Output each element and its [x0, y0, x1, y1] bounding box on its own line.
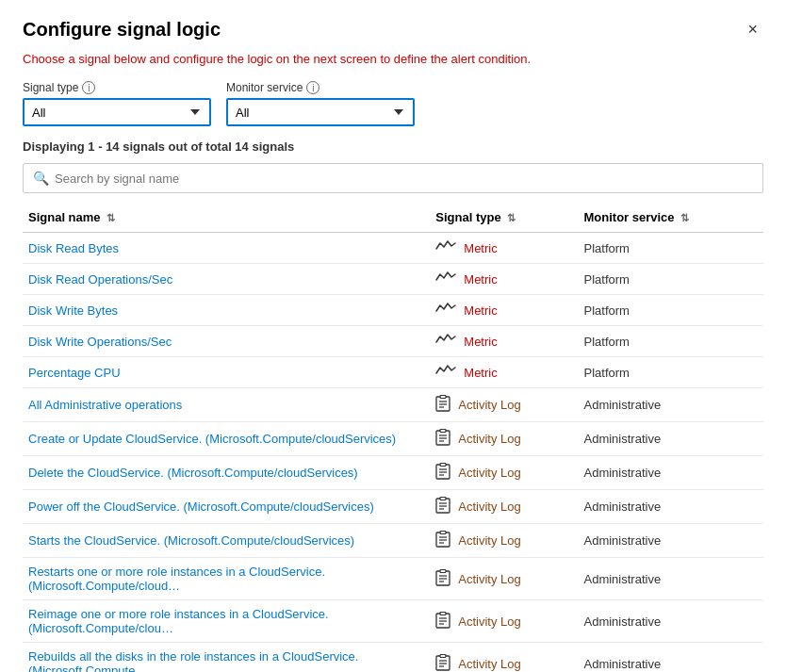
monitor-service-value: Platform — [583, 303, 629, 318]
signal-type-filter-group: Signal type i All Metric Activity Log — [23, 81, 211, 126]
table-row: Starts the CloudService. (Microsoft.Comp… — [23, 524, 763, 558]
search-input[interactable] — [55, 172, 753, 186]
signal-name-link[interactable]: Reimage one or more role instances in a … — [28, 607, 329, 635]
table-row: Percentage CPUMetricPlatform — [23, 357, 763, 388]
monitor-service-value: Platform — [583, 335, 629, 349]
signal-type-info-icon[interactable]: i — [82, 81, 95, 94]
monitor-service-value: Administrative — [583, 615, 661, 629]
table-row: Reimage one or more role instances in a … — [23, 600, 763, 643]
search-icon: 🔍 — [33, 171, 49, 186]
table-row: All Administrative operationsActivity Lo… — [23, 388, 763, 422]
svg-rect-26 — [440, 569, 446, 572]
signal-type-label: Activity Log — [458, 398, 520, 412]
monitor-service-value: Administrative — [583, 432, 661, 446]
panel-title: Configure signal logic — [23, 19, 221, 41]
signal-type-sort-icon: ⇅ — [507, 212, 516, 223]
panel-header: Configure signal logic × — [23, 19, 763, 41]
table-row: Disk Read BytesMetricPlatform — [23, 233, 763, 264]
signal-type-label: Activity Log — [458, 432, 520, 446]
activity-log-icon — [435, 654, 450, 673]
activity-log-icon — [435, 463, 450, 483]
signal-name-link[interactable]: Starts the CloudService. (Microsoft.Comp… — [28, 533, 354, 548]
signal-name-link[interactable]: Disk Write Bytes — [28, 303, 118, 318]
table-row: Disk Read Operations/SecMetricPlatform — [23, 264, 763, 295]
monitor-service-value: Administrative — [583, 572, 661, 586]
metric-icon — [435, 333, 456, 350]
svg-rect-11 — [440, 464, 446, 467]
svg-rect-1 — [440, 396, 446, 399]
activity-log-icon — [435, 395, 450, 415]
monitor-service-value: Platform — [583, 272, 629, 287]
monitor-service-filter-group: Monitor service i All Platform Administr… — [226, 81, 415, 126]
signal-type-label: Activity Log — [458, 500, 520, 514]
monitor-service-value: Administrative — [583, 466, 661, 480]
metric-icon — [435, 239, 456, 256]
metric-icon — [435, 302, 456, 319]
signal-name-link[interactable]: Percentage CPU — [28, 366, 121, 380]
signal-type-label: Activity Log — [458, 657, 520, 671]
svg-rect-16 — [440, 498, 446, 500]
monitor-service-value: Administrative — [583, 500, 661, 514]
signal-name-link[interactable]: All Administrative operations — [28, 398, 182, 412]
signal-type-label: Activity Log — [458, 572, 520, 586]
col-header-signal-type[interactable]: Signal type ⇅ — [430, 203, 578, 233]
signal-name-sort-icon: ⇅ — [106, 212, 115, 223]
table-header-row: Signal name ⇅ Signal type ⇅ Monitor serv… — [23, 203, 763, 233]
svg-rect-31 — [440, 612, 446, 615]
table-row: Create or Update CloudService. (Microsof… — [23, 422, 763, 456]
activity-log-icon — [435, 429, 450, 449]
col-header-signal-name[interactable]: Signal name ⇅ — [23, 203, 430, 233]
search-box: 🔍 — [23, 163, 763, 193]
signal-name-link[interactable]: Delete the CloudService. (Microsoft.Comp… — [28, 466, 358, 480]
monitor-service-value: Administrative — [583, 533, 661, 548]
table-row: Disk Write BytesMetricPlatform — [23, 295, 763, 326]
activity-log-icon — [435, 497, 450, 516]
signal-name-link[interactable]: Disk Read Bytes — [28, 241, 119, 255]
table-row: Delete the CloudService. (Microsoft.Comp… — [23, 456, 763, 490]
signal-type-label: Metric — [464, 366, 497, 380]
filters-row: Signal type i All Metric Activity Log Mo… — [23, 81, 763, 126]
monitor-service-value: Platform — [583, 366, 629, 380]
signal-type-label: Activity Log — [458, 615, 520, 629]
activity-log-icon — [435, 612, 450, 631]
table-row: Rebuilds all the disks in the role insta… — [23, 643, 763, 673]
monitor-service-value: Administrative — [583, 657, 661, 671]
signal-name-link[interactable]: Create or Update CloudService. (Microsof… — [28, 432, 396, 446]
table-row: Power off the CloudService. (Microsoft.C… — [23, 490, 763, 524]
metric-icon — [435, 364, 456, 381]
signal-name-link[interactable]: Restarts one or more role instances in a… — [28, 565, 325, 593]
signal-type-label: Metric — [464, 272, 497, 287]
monitor-service-info-icon[interactable]: i — [306, 81, 319, 94]
monitor-service-label: Monitor service i — [226, 81, 415, 94]
signal-name-link[interactable]: Disk Write Operations/Sec — [28, 335, 172, 349]
table-row: Disk Write Operations/SecMetricPlatform — [23, 326, 763, 357]
signal-type-select[interactable]: All Metric Activity Log — [23, 98, 211, 126]
configure-signal-logic-panel: Configure signal logic × Choose a signal… — [0, 0, 786, 672]
monitor-service-value: Administrative — [583, 398, 661, 412]
table-row: Restarts one or more role instances in a… — [23, 558, 763, 600]
svg-rect-36 — [440, 654, 446, 657]
signal-type-label: Activity Log — [458, 533, 520, 548]
signal-name-link[interactable]: Rebuilds all the disks in the role insta… — [28, 649, 358, 672]
signals-table-container: Signal name ⇅ Signal type ⇅ Monitor serv… — [23, 203, 763, 672]
monitor-service-sort-icon: ⇅ — [680, 212, 689, 223]
col-header-monitor-service[interactable]: Monitor service ⇅ — [578, 203, 763, 233]
signal-name-link[interactable]: Disk Read Operations/Sec — [28, 272, 172, 287]
metric-icon — [435, 270, 456, 287]
svg-rect-6 — [440, 430, 446, 433]
activity-log-icon — [435, 531, 450, 550]
displaying-count: Displaying 1 - 14 signals out of total 1… — [23, 139, 763, 154]
svg-rect-21 — [440, 532, 446, 534]
signals-table: Signal name ⇅ Signal type ⇅ Monitor serv… — [23, 203, 763, 672]
monitor-service-select[interactable]: All Platform Administrative — [226, 98, 415, 126]
signal-type-label: Metric — [464, 303, 497, 318]
signal-type-label: Activity Log — [458, 466, 520, 480]
activity-log-icon — [435, 569, 450, 589]
subtitle-text: Choose a signal below and configure the … — [23, 52, 763, 66]
monitor-service-value: Platform — [583, 241, 629, 255]
signal-name-link[interactable]: Power off the CloudService. (Microsoft.C… — [28, 500, 374, 514]
signal-type-label: Metric — [464, 241, 497, 255]
close-button[interactable]: × — [742, 19, 763, 40]
signal-type-label: Signal type i — [23, 81, 211, 94]
signal-type-label: Metric — [464, 335, 497, 349]
